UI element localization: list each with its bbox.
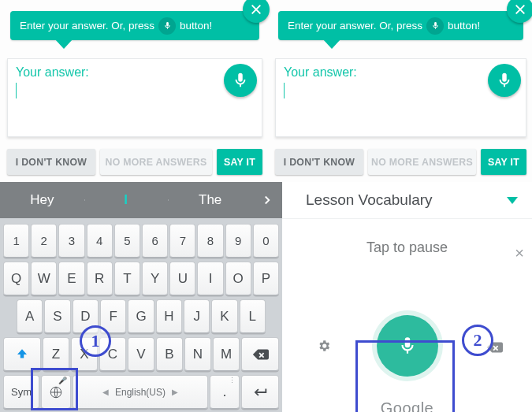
hint-tooltip-tail <box>54 39 73 49</box>
suggestion-bar: Hey I The <box>0 182 282 218</box>
google-label: Google <box>282 399 532 412</box>
voice-settings-button[interactable] <box>317 339 331 353</box>
key-O[interactable]: O <box>225 262 251 295</box>
answer-mic-button[interactable] <box>488 64 521 97</box>
answer-card: Your answer: <box>7 58 262 137</box>
text-cursor <box>284 83 285 98</box>
key-X[interactable]: X <box>71 337 98 371</box>
key-B[interactable]: B <box>156 337 183 371</box>
key-K[interactable]: K <box>211 299 237 333</box>
key-1[interactable]: 1 <box>3 224 29 258</box>
keyboard: 1234567890 QWERTYUIOP ASDFGHJKL ZXCVBNM … <box>0 218 282 412</box>
key-5[interactable]: 5 <box>114 224 140 258</box>
key-P[interactable]: P <box>253 262 279 295</box>
backspace-key[interactable] <box>241 337 279 371</box>
voice-backspace-button[interactable] <box>485 339 503 359</box>
say-it-button[interactable]: SAY IT <box>481 149 526 175</box>
key-Z[interactable]: Z <box>43 337 69 371</box>
period-key[interactable]: .⋮ <box>210 375 240 409</box>
key-G[interactable]: G <box>128 299 154 333</box>
key-3[interactable]: 3 <box>58 224 84 258</box>
key-H[interactable]: H <box>156 299 182 333</box>
key-F[interactable]: F <box>100 299 126 333</box>
key-S[interactable]: S <box>44 299 70 333</box>
voice-typing-key[interactable]: 🎤 <box>41 375 71 409</box>
dont-know-button[interactable]: I DON'T KNOW <box>275 149 363 175</box>
key-E[interactable]: E <box>58 262 84 295</box>
key-9[interactable]: 9 <box>225 224 251 258</box>
key-A[interactable]: A <box>17 299 43 333</box>
suggestion-left[interactable]: Hey <box>0 192 84 208</box>
no-more-answers-button[interactable]: NO MORE ANSWERS <box>100 149 212 175</box>
answer-card: Your answer: <box>275 58 526 137</box>
keyboard-pane: Hey I The 1234567890 QWERTYUIOP ASDFGHJK… <box>0 182 282 412</box>
chevron-down-icon <box>507 197 518 204</box>
answer-button-row: I DON'T KNOW NO MORE ANSWERS SAY IT <box>275 149 526 175</box>
hint-tooltip-tail <box>322 39 341 49</box>
key-W[interactable]: W <box>31 262 57 295</box>
hint-tooltip: Enter your answer. Or, press button! <box>278 11 523 40</box>
key-N[interactable]: N <box>184 337 211 371</box>
key-8[interactable]: 8 <box>197 224 223 258</box>
hint-text-before: Enter your answer. Or, press <box>288 20 422 32</box>
voice-mic-button[interactable] <box>377 315 438 377</box>
tooltip-close-button[interactable] <box>507 0 532 23</box>
no-more-answers-button[interactable]: NO MORE ANSWERS <box>368 149 476 175</box>
hint-tooltip: Enter your answer. Or, press button! <box>10 11 259 40</box>
hint-mic-icon <box>426 17 444 35</box>
answer-pane-right: Enter your answer. Or, press button! You… <box>270 0 532 182</box>
lesson-vocabulary-bar[interactable]: Lesson Vocabulary <box>282 182 532 219</box>
key-6[interactable]: 6 <box>142 224 168 258</box>
suggestion-more-button[interactable] <box>252 193 282 207</box>
answer-label: Your answer: <box>16 65 254 80</box>
sym-key[interactable]: Sym <box>3 375 39 409</box>
key-D[interactable]: D <box>73 299 99 333</box>
key-V[interactable]: V <box>128 337 154 371</box>
voice-close-button[interactable]: × <box>515 244 524 262</box>
answer-pane-left: Enter your answer. Or, press button! You… <box>2 0 268 182</box>
voice-input-area: × Tap to pause Google 2 <box>282 239 532 412</box>
key-I[interactable]: I <box>197 262 223 295</box>
answer-button-row: I DON'T KNOW NO MORE ANSWERS SAY IT <box>7 149 262 175</box>
say-it-button[interactable]: SAY IT <box>217 149 262 175</box>
key-J[interactable]: J <box>184 299 210 333</box>
key-U[interactable]: U <box>169 262 195 295</box>
dont-know-button[interactable]: I DON'T KNOW <box>7 149 95 175</box>
hint-text-after: button! <box>448 20 480 32</box>
key-T[interactable]: T <box>114 262 140 295</box>
key-7[interactable]: 7 <box>169 224 195 258</box>
key-0[interactable]: 0 <box>253 224 279 258</box>
hint-mic-icon <box>158 17 176 35</box>
answer-mic-button[interactable] <box>224 64 257 97</box>
key-Y[interactable]: Y <box>142 262 168 295</box>
spacebar[interactable]: ◀English(US)▶ <box>73 375 208 409</box>
hint-text-after: button! <box>180 20 212 32</box>
enter-key[interactable] <box>241 375 279 409</box>
key-L[interactable]: L <box>240 299 266 333</box>
shift-key[interactable] <box>3 337 41 371</box>
suggestion-middle[interactable]: I <box>84 192 169 208</box>
voice-pane: Lesson Vocabulary × Tap to pause Google … <box>282 182 532 412</box>
hint-text-before: Enter your answer. Or, press <box>20 20 154 32</box>
key-M[interactable]: M <box>213 337 240 371</box>
tooltip-close-button[interactable] <box>243 0 270 23</box>
answer-label: Your answer: <box>284 65 518 80</box>
key-R[interactable]: R <box>87 262 113 295</box>
key-2[interactable]: 2 <box>31 224 57 258</box>
key-Q[interactable]: Q <box>3 262 29 295</box>
lesson-vocabulary-label: Lesson Vocabulary <box>306 191 433 209</box>
voice-title: Tap to pause <box>282 239 532 256</box>
key-4[interactable]: 4 <box>87 224 113 258</box>
key-C[interactable]: C <box>99 337 126 371</box>
suggestion-right[interactable]: The <box>168 192 252 208</box>
text-cursor <box>16 83 17 98</box>
